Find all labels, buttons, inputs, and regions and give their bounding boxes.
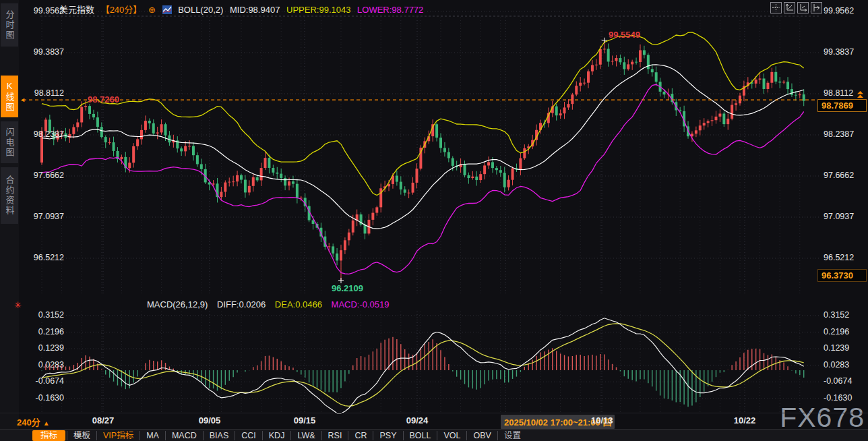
macd-macd-value: MACD:-0.0519 — [332, 299, 390, 310]
high-price-label: 99.5549 — [609, 30, 640, 40]
trading-app: 分时图 K线图 闪电图 合约资料 美元指数 【240分】 ⊕ BOLL(20,2… — [0, 0, 868, 441]
chart-type-icon[interactable] — [162, 5, 172, 16]
bottom-toolbar: 指标 模板 VIP指标 MA MACD BIAS CCI KDJ LW& RSI… — [0, 429, 868, 441]
tab-kdj[interactable]: KDJ — [262, 431, 291, 440]
sidebar-item-contract-info[interactable]: 合约资料 — [1, 167, 18, 224]
ref-line-arrow-icon: ◄ — [20, 96, 26, 103]
y-axis-label: 98.8112 — [22, 88, 64, 98]
boll-mid-value: MID:98.9407 — [230, 5, 280, 15]
tab-vip-indicator[interactable]: VIP指标 — [96, 431, 140, 440]
indicator-settings-icon[interactable]: ✳ — [14, 300, 22, 310]
macd-axis-label: -0.1630 — [22, 393, 64, 403]
crosshair-pan-icon[interactable] — [770, 2, 782, 13]
sidebar: 分时图 K线图 闪电图 合约资料 — [0, 0, 19, 441]
low-marker-box: 96.3730 — [817, 269, 867, 282]
tab-cr[interactable]: CR — [348, 431, 373, 440]
chart-toolbar-icons — [770, 2, 822, 13]
price-flag-icon — [857, 89, 864, 101]
date-tick: 09/05 — [199, 415, 221, 425]
y-axis-label: 97.6662 — [824, 171, 865, 180]
y-axis-label: 96.5212 — [824, 253, 865, 262]
period-selector[interactable]: 240分▲ — [17, 415, 50, 428]
tab-template[interactable]: 模板 — [67, 431, 96, 440]
y-axis-label: 99.9562 — [22, 6, 64, 16]
date-tick: 10/13 — [591, 415, 613, 425]
boll-lower-value: LOWER:98.7772 — [357, 5, 423, 15]
tab-macd[interactable]: MACD — [165, 431, 203, 440]
macd-axis-label: 0.1239 — [22, 343, 64, 353]
candlestick-chart[interactable] — [0, 0, 868, 441]
macd-params: MACD(26,12,9) — [147, 299, 208, 310]
date-tick: 09/24 — [406, 415, 429, 425]
macd-axis-label: 0.3152 — [824, 310, 865, 320]
symbol-name: 美元指数 — [59, 5, 94, 15]
macd-axis-label: 0.2196 — [22, 327, 64, 336]
tab-bias[interactable]: BIAS — [203, 431, 235, 440]
tab-obv[interactable]: OBV — [466, 431, 497, 440]
tab-boll[interactable]: BOLL — [403, 431, 437, 440]
ref-price-label: 98.7260 — [88, 94, 119, 105]
zoom-x-axis-icon[interactable] — [797, 2, 809, 13]
symbol-period: 【240分】 — [101, 5, 142, 15]
macd-axis-label: -0.0674 — [22, 376, 64, 386]
macd-diff-value: DIFF:0.0206 — [217, 299, 266, 310]
tab-rsi[interactable]: RSI — [321, 431, 348, 440]
tab-indicator[interactable]: 指标 — [32, 430, 65, 441]
y-axis-label: 97.0937 — [824, 212, 865, 221]
sidebar-item-timeline[interactable]: 分时图 — [1, 3, 18, 47]
tab-lwr[interactable]: LW& — [290, 431, 321, 440]
macd-axis-label: 0.0283 — [824, 360, 865, 370]
y-axis-label: 97.6662 — [22, 171, 64, 180]
boll-upper-value: UPPER:99.1043 — [286, 5, 350, 15]
macd-axis-label: 0.1239 — [824, 343, 865, 353]
y-axis-label: 99.3837 — [22, 47, 64, 57]
macd-dea-value: DEA:0.0466 — [275, 299, 322, 310]
sidebar-item-kline[interactable]: K线图 — [1, 76, 18, 117]
date-tick: 09/15 — [294, 415, 316, 425]
y-axis-label: 96.5212 — [22, 253, 64, 262]
tab-settings[interactable]: 设置 — [497, 431, 527, 440]
macd-axis-label: 0.2196 — [824, 327, 865, 336]
pan-right-icon[interactable] — [811, 2, 822, 13]
period-label: 240分 — [17, 417, 40, 428]
tab-cci[interactable]: CCI — [235, 431, 262, 440]
chevron-up-icon: ▲ — [43, 419, 50, 427]
macd-axis-label: -0.1630 — [824, 393, 865, 403]
sidebar-item-flash[interactable]: 闪电图 — [1, 121, 18, 163]
add-indicator-icon[interactable]: ⊕ — [148, 5, 156, 15]
low-price-label: 96.2109 — [332, 283, 363, 293]
y-axis-label: 98.2387 — [22, 129, 64, 139]
tab-ma[interactable]: MA — [140, 431, 165, 440]
date-tick: 10/22 — [734, 415, 756, 425]
macd-axis-label: -0.0674 — [824, 376, 865, 386]
macd-axis-label: 0.3152 — [22, 310, 64, 320]
y-axis-label: 98.2387 — [824, 129, 865, 139]
macd-axis-label: 0.0283 — [22, 360, 64, 370]
y-axis-label: 99.3837 — [824, 47, 865, 57]
boll-params: BOLL(20,2) — [178, 5, 223, 15]
x-axis-row: 240分▲ 08/27 09/05 09/15 09/24 2025/10/02… — [0, 413, 868, 430]
tab-vol[interactable]: VOL — [437, 431, 466, 440]
tab-psy[interactable]: PSY — [373, 431, 402, 440]
date-tick: 08/27 — [92, 415, 115, 425]
y-axis-label: 97.0937 — [22, 212, 64, 221]
zoom-y-axis-icon[interactable] — [784, 2, 795, 13]
chart-header: 美元指数 【240分】 ⊕ BOLL(20,2) MID:98.9407 UPP… — [59, 3, 427, 16]
macd-header: MACD(26,12,9) DIFF:0.0206 DEA:0.0466 MAC… — [147, 299, 396, 310]
y-axis-label: 99.9562 — [824, 6, 865, 16]
